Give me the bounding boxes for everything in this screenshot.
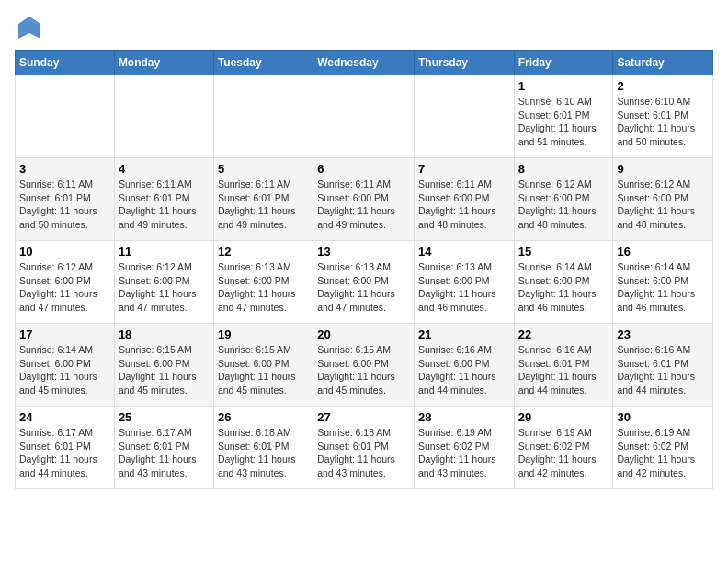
calendar-cell: 28Sunrise: 6:19 AM Sunset: 6:02 PM Dayli… bbox=[414, 407, 514, 489]
calendar-cell: 4Sunrise: 6:11 AM Sunset: 6:01 PM Daylig… bbox=[114, 158, 213, 241]
day-number: 24 bbox=[19, 410, 110, 424]
day-info: Sunrise: 6:15 AM Sunset: 6:00 PM Dayligh… bbox=[317, 343, 410, 397]
day-number: 20 bbox=[317, 327, 410, 341]
day-info: Sunrise: 6:19 AM Sunset: 6:02 PM Dayligh… bbox=[418, 426, 510, 480]
day-number: 14 bbox=[418, 245, 510, 259]
calendar-week-row: 1Sunrise: 6:10 AM Sunset: 6:01 PM Daylig… bbox=[16, 75, 713, 158]
calendar-cell: 9Sunrise: 6:12 AM Sunset: 6:00 PM Daylig… bbox=[613, 158, 713, 241]
calendar-cell: 10Sunrise: 6:12 AM Sunset: 6:00 PM Dayli… bbox=[16, 241, 115, 324]
calendar-cell: 7Sunrise: 6:11 AM Sunset: 6:00 PM Daylig… bbox=[414, 158, 514, 241]
day-of-week-header: Saturday bbox=[613, 51, 713, 75]
day-info: Sunrise: 6:18 AM Sunset: 6:01 PM Dayligh… bbox=[218, 426, 309, 480]
logo-icon bbox=[17, 15, 42, 40]
calendar-cell bbox=[213, 75, 313, 158]
page-header bbox=[15, 15, 713, 40]
day-number: 3 bbox=[19, 162, 110, 176]
calendar-cell: 6Sunrise: 6:11 AM Sunset: 6:00 PM Daylig… bbox=[313, 158, 415, 241]
day-info: Sunrise: 6:16 AM Sunset: 6:00 PM Dayligh… bbox=[418, 343, 510, 397]
day-info: Sunrise: 6:14 AM Sunset: 6:00 PM Dayligh… bbox=[518, 260, 609, 315]
calendar-cell: 2Sunrise: 6:10 AM Sunset: 6:01 PM Daylig… bbox=[613, 75, 713, 158]
day-number: 11 bbox=[119, 245, 210, 259]
day-number: 16 bbox=[617, 245, 709, 259]
day-of-week-header: Thursday bbox=[414, 51, 514, 75]
day-number: 21 bbox=[418, 327, 510, 341]
day-info: Sunrise: 6:17 AM Sunset: 6:01 PM Dayligh… bbox=[19, 426, 110, 480]
calendar-cell: 18Sunrise: 6:15 AM Sunset: 6:00 PM Dayli… bbox=[114, 324, 213, 407]
calendar-cell: 13Sunrise: 6:13 AM Sunset: 6:00 PM Dayli… bbox=[313, 241, 415, 324]
calendar-cell: 3Sunrise: 6:11 AM Sunset: 6:01 PM Daylig… bbox=[16, 158, 115, 241]
day-info: Sunrise: 6:10 AM Sunset: 6:01 PM Dayligh… bbox=[617, 95, 709, 149]
calendar-cell: 30Sunrise: 6:19 AM Sunset: 6:02 PM Dayli… bbox=[613, 407, 713, 489]
calendar-cell bbox=[313, 75, 415, 158]
calendar-week-row: 10Sunrise: 6:12 AM Sunset: 6:00 PM Dayli… bbox=[16, 241, 713, 324]
calendar-cell: 26Sunrise: 6:18 AM Sunset: 6:01 PM Dayli… bbox=[213, 407, 313, 489]
day-number: 19 bbox=[218, 327, 309, 341]
calendar-week-row: 24Sunrise: 6:17 AM Sunset: 6:01 PM Dayli… bbox=[16, 407, 713, 489]
day-number: 13 bbox=[317, 245, 410, 259]
day-info: Sunrise: 6:16 AM Sunset: 6:01 PM Dayligh… bbox=[518, 343, 609, 397]
day-number: 30 bbox=[617, 410, 709, 424]
calendar-cell: 20Sunrise: 6:15 AM Sunset: 6:00 PM Dayli… bbox=[313, 324, 415, 407]
day-number: 22 bbox=[518, 327, 609, 341]
calendar-cell: 11Sunrise: 6:12 AM Sunset: 6:00 PM Dayli… bbox=[114, 241, 213, 324]
day-of-week-header: Wednesday bbox=[313, 51, 415, 75]
calendar-cell: 23Sunrise: 6:16 AM Sunset: 6:01 PM Dayli… bbox=[613, 324, 713, 407]
calendar-cell: 25Sunrise: 6:17 AM Sunset: 6:01 PM Dayli… bbox=[114, 407, 213, 489]
day-info: Sunrise: 6:17 AM Sunset: 6:01 PM Dayligh… bbox=[119, 426, 210, 480]
day-number: 4 bbox=[119, 162, 210, 176]
calendar-week-row: 3Sunrise: 6:11 AM Sunset: 6:01 PM Daylig… bbox=[16, 158, 713, 241]
day-info: Sunrise: 6:12 AM Sunset: 6:00 PM Dayligh… bbox=[518, 178, 609, 232]
day-number: 26 bbox=[218, 410, 309, 424]
day-of-week-header: Friday bbox=[514, 51, 613, 75]
day-info: Sunrise: 6:15 AM Sunset: 6:00 PM Dayligh… bbox=[218, 343, 309, 397]
calendar-cell: 12Sunrise: 6:13 AM Sunset: 6:00 PM Dayli… bbox=[213, 241, 313, 324]
day-info: Sunrise: 6:11 AM Sunset: 6:00 PM Dayligh… bbox=[317, 178, 410, 232]
calendar-cell: 15Sunrise: 6:14 AM Sunset: 6:00 PM Dayli… bbox=[514, 241, 613, 324]
calendar-header-row: SundayMondayTuesdayWednesdayThursdayFrid… bbox=[16, 51, 713, 75]
day-number: 23 bbox=[617, 327, 709, 341]
day-number: 15 bbox=[518, 245, 609, 259]
day-info: Sunrise: 6:12 AM Sunset: 6:00 PM Dayligh… bbox=[19, 260, 110, 315]
day-info: Sunrise: 6:10 AM Sunset: 6:01 PM Dayligh… bbox=[518, 95, 609, 149]
day-info: Sunrise: 6:12 AM Sunset: 6:00 PM Dayligh… bbox=[617, 178, 709, 232]
day-number: 17 bbox=[19, 327, 110, 341]
day-number: 6 bbox=[317, 162, 410, 176]
calendar-cell bbox=[114, 75, 213, 158]
calendar-cell: 5Sunrise: 6:11 AM Sunset: 6:01 PM Daylig… bbox=[213, 158, 313, 241]
day-number: 7 bbox=[418, 162, 510, 176]
day-number: 1 bbox=[518, 79, 609, 93]
calendar-cell: 1Sunrise: 6:10 AM Sunset: 6:01 PM Daylig… bbox=[514, 75, 613, 158]
day-info: Sunrise: 6:18 AM Sunset: 6:01 PM Dayligh… bbox=[317, 426, 410, 480]
day-number: 5 bbox=[218, 162, 309, 176]
day-info: Sunrise: 6:11 AM Sunset: 6:01 PM Dayligh… bbox=[218, 178, 309, 232]
day-number: 18 bbox=[119, 327, 210, 341]
day-number: 10 bbox=[19, 245, 110, 259]
day-info: Sunrise: 6:11 AM Sunset: 6:01 PM Dayligh… bbox=[19, 178, 110, 232]
day-info: Sunrise: 6:16 AM Sunset: 6:01 PM Dayligh… bbox=[617, 343, 709, 397]
day-info: Sunrise: 6:13 AM Sunset: 6:00 PM Dayligh… bbox=[317, 260, 410, 315]
day-info: Sunrise: 6:19 AM Sunset: 6:02 PM Dayligh… bbox=[617, 426, 709, 480]
day-of-week-header: Monday bbox=[114, 51, 213, 75]
day-info: Sunrise: 6:13 AM Sunset: 6:00 PM Dayligh… bbox=[218, 260, 309, 315]
logo bbox=[15, 15, 42, 40]
calendar-table: SundayMondayTuesdayWednesdayThursdayFrid… bbox=[15, 50, 713, 489]
day-info: Sunrise: 6:15 AM Sunset: 6:00 PM Dayligh… bbox=[119, 343, 210, 397]
day-number: 8 bbox=[518, 162, 609, 176]
day-number: 28 bbox=[418, 410, 510, 424]
calendar-cell: 24Sunrise: 6:17 AM Sunset: 6:01 PM Dayli… bbox=[16, 407, 115, 489]
calendar-cell: 16Sunrise: 6:14 AM Sunset: 6:00 PM Dayli… bbox=[613, 241, 713, 324]
day-info: Sunrise: 6:13 AM Sunset: 6:00 PM Dayligh… bbox=[418, 260, 510, 315]
day-info: Sunrise: 6:12 AM Sunset: 6:00 PM Dayligh… bbox=[119, 260, 210, 315]
calendar-cell: 22Sunrise: 6:16 AM Sunset: 6:01 PM Dayli… bbox=[514, 324, 613, 407]
day-number: 9 bbox=[617, 162, 709, 176]
day-number: 12 bbox=[218, 245, 309, 259]
calendar-cell: 17Sunrise: 6:14 AM Sunset: 6:00 PM Dayli… bbox=[16, 324, 115, 407]
calendar-week-row: 17Sunrise: 6:14 AM Sunset: 6:00 PM Dayli… bbox=[16, 324, 713, 407]
calendar-cell: 21Sunrise: 6:16 AM Sunset: 6:00 PM Dayli… bbox=[414, 324, 514, 407]
day-number: 25 bbox=[119, 410, 210, 424]
day-number: 29 bbox=[518, 410, 609, 424]
calendar-cell: 14Sunrise: 6:13 AM Sunset: 6:00 PM Dayli… bbox=[414, 241, 514, 324]
calendar-cell: 29Sunrise: 6:19 AM Sunset: 6:02 PM Dayli… bbox=[514, 407, 613, 489]
calendar-cell bbox=[16, 75, 115, 158]
day-number: 2 bbox=[617, 79, 709, 93]
